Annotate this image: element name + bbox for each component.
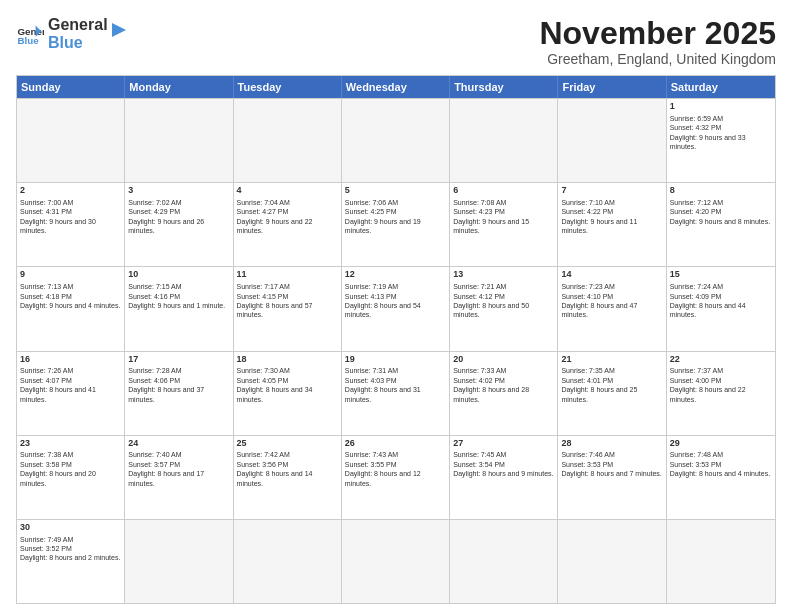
day-info: Sunrise: 7:26 AMSunset: 4:07 PMDaylight:… — [20, 366, 121, 404]
day-info: Sunrise: 7:23 AMSunset: 4:10 PMDaylight:… — [561, 282, 662, 320]
col-thursday: Thursday — [450, 76, 558, 98]
calendar-cell: 27Sunrise: 7:45 AMSunset: 3:54 PMDayligh… — [450, 436, 558, 519]
day-info: Sunrise: 7:30 AMSunset: 4:05 PMDaylight:… — [237, 366, 338, 404]
calendar-cell: 17Sunrise: 7:28 AMSunset: 4:06 PMDayligh… — [125, 352, 233, 435]
calendar-cell: 22Sunrise: 7:37 AMSunset: 4:00 PMDayligh… — [667, 352, 775, 435]
calendar-cell — [234, 520, 342, 603]
day-info: Sunrise: 7:06 AMSunset: 4:25 PMDaylight:… — [345, 198, 446, 236]
page: General Blue General Blue November 2025 … — [0, 0, 792, 612]
day-number: 7 — [561, 185, 662, 197]
day-number: 5 — [345, 185, 446, 197]
calendar-cell: 16Sunrise: 7:26 AMSunset: 4:07 PMDayligh… — [17, 352, 125, 435]
day-info: Sunrise: 7:45 AMSunset: 3:54 PMDaylight:… — [453, 450, 554, 478]
calendar-cell — [450, 99, 558, 182]
calendar-cell — [667, 520, 775, 603]
calendar-cell: 2Sunrise: 7:00 AMSunset: 4:31 PMDaylight… — [17, 183, 125, 266]
calendar-header: Sunday Monday Tuesday Wednesday Thursday… — [17, 76, 775, 98]
calendar-cell: 18Sunrise: 7:30 AMSunset: 4:05 PMDayligh… — [234, 352, 342, 435]
calendar-cell: 21Sunrise: 7:35 AMSunset: 4:01 PMDayligh… — [558, 352, 666, 435]
day-info: Sunrise: 7:24 AMSunset: 4:09 PMDaylight:… — [670, 282, 772, 320]
day-info: Sunrise: 7:38 AMSunset: 3:58 PMDaylight:… — [20, 450, 121, 488]
calendar-row-3: 16Sunrise: 7:26 AMSunset: 4:07 PMDayligh… — [17, 351, 775, 435]
calendar-cell — [125, 99, 233, 182]
day-info: Sunrise: 7:00 AMSunset: 4:31 PMDaylight:… — [20, 198, 121, 236]
calendar-cell — [450, 520, 558, 603]
day-info: Sunrise: 7:02 AMSunset: 4:29 PMDaylight:… — [128, 198, 229, 236]
col-tuesday: Tuesday — [234, 76, 342, 98]
day-number: 11 — [237, 269, 338, 281]
day-number: 14 — [561, 269, 662, 281]
calendar-cell: 25Sunrise: 7:42 AMSunset: 3:56 PMDayligh… — [234, 436, 342, 519]
calendar-cell — [558, 520, 666, 603]
day-info: Sunrise: 7:35 AMSunset: 4:01 PMDaylight:… — [561, 366, 662, 404]
day-number: 22 — [670, 354, 772, 366]
day-info: Sunrise: 7:04 AMSunset: 4:27 PMDaylight:… — [237, 198, 338, 236]
calendar-cell: 7Sunrise: 7:10 AMSunset: 4:22 PMDaylight… — [558, 183, 666, 266]
day-info: Sunrise: 7:17 AMSunset: 4:15 PMDaylight:… — [237, 282, 338, 320]
day-number: 9 — [20, 269, 121, 281]
day-info: Sunrise: 7:10 AMSunset: 4:22 PMDaylight:… — [561, 198, 662, 236]
day-info: Sunrise: 7:08 AMSunset: 4:23 PMDaylight:… — [453, 198, 554, 236]
calendar-cell: 9Sunrise: 7:13 AMSunset: 4:18 PMDaylight… — [17, 267, 125, 350]
calendar-cell: 29Sunrise: 7:48 AMSunset: 3:53 PMDayligh… — [667, 436, 775, 519]
day-info: Sunrise: 7:12 AMSunset: 4:20 PMDaylight:… — [670, 198, 772, 226]
logo-blue: Blue — [48, 34, 108, 52]
calendar-cell: 6Sunrise: 7:08 AMSunset: 4:23 PMDaylight… — [450, 183, 558, 266]
day-number: 26 — [345, 438, 446, 450]
calendar-row-5: 30Sunrise: 7:49 AMSunset: 3:52 PMDayligh… — [17, 519, 775, 603]
day-info: Sunrise: 7:40 AMSunset: 3:57 PMDaylight:… — [128, 450, 229, 488]
day-number: 16 — [20, 354, 121, 366]
calendar-cell: 3Sunrise: 7:02 AMSunset: 4:29 PMDaylight… — [125, 183, 233, 266]
day-number: 19 — [345, 354, 446, 366]
day-info: Sunrise: 7:46 AMSunset: 3:53 PMDaylight:… — [561, 450, 662, 478]
day-info: Sunrise: 7:48 AMSunset: 3:53 PMDaylight:… — [670, 450, 772, 478]
col-friday: Friday — [558, 76, 666, 98]
calendar-cell: 4Sunrise: 7:04 AMSunset: 4:27 PMDaylight… — [234, 183, 342, 266]
svg-marker-3 — [112, 23, 126, 37]
calendar-cell — [342, 99, 450, 182]
logo-chevron-icon — [108, 19, 130, 41]
day-info: Sunrise: 7:37 AMSunset: 4:00 PMDaylight:… — [670, 366, 772, 404]
day-number: 28 — [561, 438, 662, 450]
day-info: Sunrise: 7:21 AMSunset: 4:12 PMDaylight:… — [453, 282, 554, 320]
day-number: 15 — [670, 269, 772, 281]
calendar-cell: 19Sunrise: 7:31 AMSunset: 4:03 PMDayligh… — [342, 352, 450, 435]
day-number: 10 — [128, 269, 229, 281]
calendar-cell: 5Sunrise: 7:06 AMSunset: 4:25 PMDaylight… — [342, 183, 450, 266]
day-info: Sunrise: 6:59 AMSunset: 4:32 PMDaylight:… — [670, 114, 772, 152]
svg-text:Blue: Blue — [17, 34, 39, 45]
day-info: Sunrise: 7:31 AMSunset: 4:03 PMDaylight:… — [345, 366, 446, 404]
day-number: 12 — [345, 269, 446, 281]
calendar-cell: 1Sunrise: 6:59 AMSunset: 4:32 PMDaylight… — [667, 99, 775, 182]
calendar-row-4: 23Sunrise: 7:38 AMSunset: 3:58 PMDayligh… — [17, 435, 775, 519]
day-number: 29 — [670, 438, 772, 450]
day-number: 21 — [561, 354, 662, 366]
day-number: 6 — [453, 185, 554, 197]
day-number: 25 — [237, 438, 338, 450]
calendar-cell — [125, 520, 233, 603]
logo-general: General — [48, 16, 108, 34]
day-number: 17 — [128, 354, 229, 366]
col-wednesday: Wednesday — [342, 76, 450, 98]
calendar-cell — [17, 99, 125, 182]
col-sunday: Sunday — [17, 76, 125, 98]
logo-icon: General Blue — [16, 20, 44, 48]
day-number: 4 — [237, 185, 338, 197]
calendar-cell: 15Sunrise: 7:24 AMSunset: 4:09 PMDayligh… — [667, 267, 775, 350]
day-number: 30 — [20, 522, 121, 534]
day-info: Sunrise: 7:49 AMSunset: 3:52 PMDaylight:… — [20, 535, 121, 563]
day-number: 2 — [20, 185, 121, 197]
calendar-cell: 13Sunrise: 7:21 AMSunset: 4:12 PMDayligh… — [450, 267, 558, 350]
day-number: 24 — [128, 438, 229, 450]
calendar-cell: 14Sunrise: 7:23 AMSunset: 4:10 PMDayligh… — [558, 267, 666, 350]
calendar-cell: 8Sunrise: 7:12 AMSunset: 4:20 PMDaylight… — [667, 183, 775, 266]
calendar-cell: 26Sunrise: 7:43 AMSunset: 3:55 PMDayligh… — [342, 436, 450, 519]
calendar-cell: 24Sunrise: 7:40 AMSunset: 3:57 PMDayligh… — [125, 436, 233, 519]
day-number: 27 — [453, 438, 554, 450]
col-saturday: Saturday — [667, 76, 775, 98]
day-info: Sunrise: 7:13 AMSunset: 4:18 PMDaylight:… — [20, 282, 121, 310]
calendar-cell: 20Sunrise: 7:33 AMSunset: 4:02 PMDayligh… — [450, 352, 558, 435]
main-title: November 2025 — [539, 16, 776, 51]
calendar-row-2: 9Sunrise: 7:13 AMSunset: 4:18 PMDaylight… — [17, 266, 775, 350]
calendar-cell — [558, 99, 666, 182]
